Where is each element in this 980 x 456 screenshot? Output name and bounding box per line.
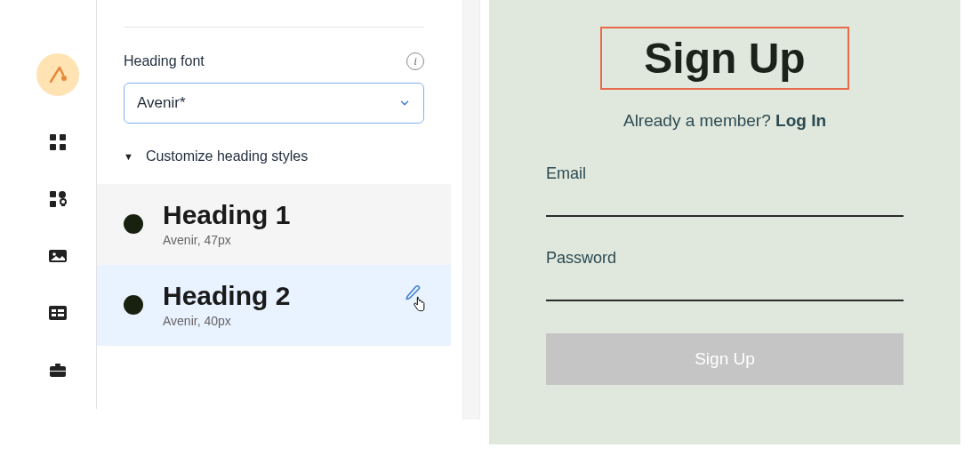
svg-rect-13: [58, 309, 64, 312]
email-field[interactable]: [546, 185, 904, 217]
triangle-down-icon: ▼: [124, 151, 133, 162]
svg-rect-15: [58, 314, 64, 316]
svg-point-0: [61, 76, 67, 81]
heading-style-h1[interactable]: Heading 1 Avenir, 47px: [97, 184, 451, 265]
customize-label: Customize heading styles: [146, 148, 308, 164]
svg-rect-18: [50, 371, 66, 372]
panel-top-rule: [124, 27, 424, 28]
email-label: Email: [546, 164, 904, 183]
svg-rect-14: [52, 314, 56, 316]
svg-rect-3: [50, 144, 56, 150]
svg-rect-2: [60, 134, 66, 140]
color-swatch: [124, 295, 143, 315]
member-row: Already a member? Log In: [546, 111, 904, 131]
svg-rect-11: [49, 306, 67, 320]
svg-point-7: [60, 199, 66, 204]
svg-rect-6: [50, 201, 56, 207]
info-icon[interactable]: i: [406, 52, 424, 70]
heading-title: Heading 1: [163, 200, 290, 229]
password-label: Password: [546, 249, 904, 268]
icon-rail: [36, 53, 80, 380]
grid-icon[interactable]: [47, 132, 68, 153]
heading-sub: Avenir, 47px: [163, 233, 290, 247]
plugin-icon[interactable]: [47, 188, 68, 210]
select-value: Avenir*: [137, 94, 186, 112]
chevron-down-icon: [398, 97, 411, 109]
cursor-hand-icon: [410, 295, 428, 315]
signup-preview: Sign Up Already a member? Log In Email P…: [489, 0, 960, 444]
signup-title-highlight: Sign Up: [600, 27, 849, 90]
svg-rect-1: [50, 134, 56, 140]
theme-avatar-icon[interactable]: [36, 53, 79, 96]
svg-rect-5: [50, 191, 56, 197]
heading-font-label: Heading font: [124, 53, 205, 69]
svg-rect-12: [52, 309, 56, 312]
signup-button[interactable]: Sign Up: [546, 333, 904, 385]
password-field[interactable]: [546, 269, 904, 301]
briefcase-icon[interactable]: [47, 359, 68, 380]
svg-rect-8: [61, 204, 65, 206]
heading-font-select[interactable]: Avenir*: [124, 83, 424, 124]
svg-rect-17: [55, 364, 60, 366]
color-swatch: [124, 214, 143, 234]
svg-point-10: [52, 252, 56, 256]
customize-heading-styles-toggle[interactable]: ▼ Customize heading styles: [124, 148, 424, 164]
table-icon[interactable]: [47, 302, 68, 324]
heading-sub: Avenir, 40px: [163, 314, 290, 328]
heading-title: Heading 2: [163, 281, 290, 310]
preview-gutter: [462, 0, 480, 420]
signup-title: Sign Up: [606, 34, 844, 83]
login-link[interactable]: Log In: [775, 111, 826, 130]
typography-panel: Heading font i Avenir* ▼ Customize headi…: [97, 0, 451, 346]
heading-style-h2[interactable]: Heading 2 Avenir, 40px: [97, 265, 451, 346]
member-text: Already a member?: [623, 111, 775, 130]
svg-rect-4: [60, 144, 66, 150]
image-icon[interactable]: [47, 245, 68, 267]
